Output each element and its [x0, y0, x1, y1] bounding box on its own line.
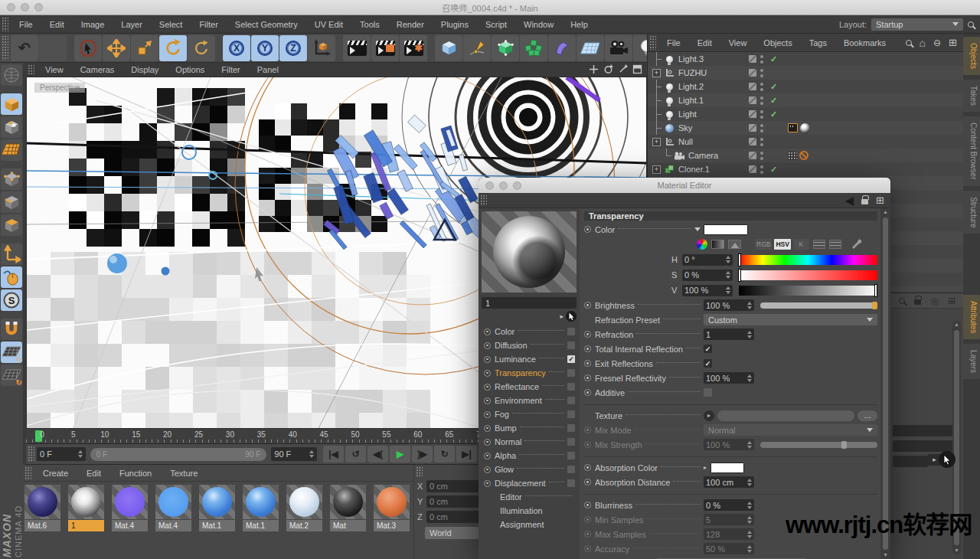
- menu-item-cameras[interactable]: Cameras: [72, 65, 123, 74]
- value-field[interactable]: 100 %: [704, 439, 754, 450]
- transport-grip[interactable]: [28, 446, 34, 463]
- value-field[interactable]: 50 %: [704, 543, 754, 554]
- visibility-dots[interactable]: [760, 69, 763, 77]
- enable-snap-button[interactable]: [1, 266, 22, 288]
- color-spectrum-icon[interactable]: [711, 240, 724, 249]
- animation-dot[interactable]: [484, 384, 491, 391]
- layer-swatch[interactable]: [749, 152, 756, 159]
- visibility-dots[interactable]: [760, 138, 763, 146]
- object-row-sky[interactable]: Sky: [648, 121, 963, 135]
- layer-swatch[interactable]: [749, 124, 756, 132]
- menu-item-window[interactable]: Window: [515, 20, 562, 29]
- layer-swatch[interactable]: [749, 96, 756, 104]
- browse-button[interactable]: ...: [858, 410, 877, 421]
- material-thumbnail[interactable]: Mat: [330, 485, 366, 531]
- channel-checkbox[interactable]: ✓: [567, 355, 575, 363]
- toggle-views-icon[interactable]: [632, 64, 642, 76]
- channel-diffusion[interactable]: Diffusion: [484, 338, 575, 352]
- menu-item-uv-edit[interactable]: UV Edit: [306, 20, 351, 29]
- search-icon[interactable]: [899, 298, 905, 304]
- value-field[interactable]: 128: [704, 528, 754, 540]
- tab-content-browser[interactable]: Content Browser: [963, 116, 980, 185]
- attribute-field[interactable]: [893, 440, 954, 452]
- play-forwards-button[interactable]: ↻: [434, 446, 455, 463]
- animation-dot[interactable]: [584, 545, 591, 552]
- back-arrow-icon[interactable]: ◀: [845, 195, 854, 206]
- prev-key-button[interactable]: ◀(: [368, 446, 388, 463]
- attribute-field[interactable]: [893, 456, 928, 467]
- menu-item-file[interactable]: File: [658, 38, 689, 47]
- search-icon[interactable]: [906, 40, 912, 46]
- animation-dot[interactable]: [584, 374, 591, 381]
- channel-checkbox[interactable]: [567, 397, 575, 404]
- add-icon[interactable]: ⊞: [948, 296, 956, 306]
- axis-y-button[interactable]: Y: [251, 35, 279, 61]
- preview-options-icon[interactable]: [566, 311, 577, 322]
- undo-button[interactable]: ↶: [11, 35, 38, 61]
- channel-normal[interactable]: Normal: [484, 435, 575, 449]
- tab-objects[interactable]: Objects: [963, 37, 980, 75]
- channel-checkbox[interactable]: [567, 452, 575, 459]
- axis-z-button[interactable]: Z: [279, 35, 307, 61]
- channel-illumination[interactable]: Illumination: [484, 504, 575, 518]
- animation-dot[interactable]: [584, 360, 591, 367]
- eyedropper-icon[interactable]: [852, 240, 861, 248]
- material-thumbnail[interactable]: Mat.2: [286, 485, 322, 531]
- material-thumbnail[interactable]: Mat.4: [155, 485, 191, 531]
- menu-item-filter[interactable]: Filter: [213, 65, 248, 74]
- play-button[interactable]: ▶: [390, 446, 410, 463]
- animation-dot[interactable]: [484, 329, 491, 335]
- value-field[interactable]: 5: [704, 514, 754, 525]
- scale-button[interactable]: [131, 35, 158, 61]
- animation-dot[interactable]: [484, 453, 491, 459]
- animation-dot[interactable]: [584, 441, 591, 448]
- slider[interactable]: [760, 302, 877, 309]
- hsv-value-field[interactable]: 100 %: [682, 285, 733, 296]
- viewport-grip[interactable]: [28, 64, 34, 75]
- make-editable-button[interactable]: [1, 64, 22, 86]
- uv-mode-button[interactable]: [1, 139, 22, 161]
- property-row-mix-mode[interactable]: Mix ModeNormal: [584, 423, 877, 437]
- property-row-refraction-preset[interactable]: Refraction PresetCustom: [584, 312, 877, 327]
- value-field[interactable]: 1: [704, 329, 754, 340]
- channel-alpha[interactable]: Alpha: [484, 449, 575, 463]
- channel-checkbox[interactable]: [567, 369, 575, 377]
- animation-dot[interactable]: [484, 397, 491, 404]
- visibility-dots[interactable]: [760, 83, 763, 91]
- property-row-texture[interactable]: Texture▸...: [584, 408, 877, 423]
- attribute-field[interactable]: [893, 425, 954, 436]
- last-tool-button[interactable]: [188, 35, 215, 61]
- visibility-dots[interactable]: [760, 110, 763, 119]
- snap-settings-button[interactable]: S: [1, 289, 22, 311]
- search-icon[interactable]: [968, 21, 974, 28]
- animation-dot[interactable]: [484, 425, 491, 432]
- enabled-check-icon[interactable]: ✓: [770, 82, 777, 92]
- enabled-check-icon[interactable]: ✓: [770, 54, 777, 64]
- channel-checkbox[interactable]: [567, 466, 575, 473]
- texture-mode-button[interactable]: [1, 116, 22, 138]
- forbidden-tag-icon[interactable]: [799, 151, 808, 160]
- color-image-icon[interactable]: [728, 240, 741, 249]
- animation-dot[interactable]: [584, 464, 591, 471]
- checkbox[interactable]: [704, 388, 712, 397]
- menu-item-script[interactable]: Script: [477, 20, 515, 29]
- tab-takes[interactable]: Takes: [963, 80, 980, 112]
- visibility-dots[interactable]: [760, 124, 763, 132]
- add-icon[interactable]: ⊞: [876, 195, 884, 206]
- menu-item-filter[interactable]: Filter: [191, 20, 226, 29]
- menu-item-select-geometry[interactable]: Select Geometry: [227, 20, 306, 29]
- animation-dot[interactable]: [484, 342, 491, 349]
- color-sliders-icon[interactable]: [813, 240, 825, 249]
- layer-swatch[interactable]: [749, 138, 756, 145]
- object-row-light-1[interactable]: Light.1✓: [648, 93, 963, 107]
- pan-icon[interactable]: [589, 64, 599, 76]
- channel-checkbox[interactable]: [567, 438, 575, 446]
- channel-color[interactable]: Color: [484, 325, 575, 338]
- expand-arrow-button[interactable]: ▸: [704, 410, 714, 421]
- color-mode-hsv[interactable]: HSV: [774, 239, 790, 250]
- visibility-dots[interactable]: [760, 96, 763, 105]
- menu-item-plugins[interactable]: Plugins: [433, 20, 477, 29]
- menu-item-tags[interactable]: Tags: [801, 38, 835, 47]
- layout-select[interactable]: Startup: [871, 18, 963, 31]
- collapse-icon[interactable]: ⊖: [933, 38, 941, 48]
